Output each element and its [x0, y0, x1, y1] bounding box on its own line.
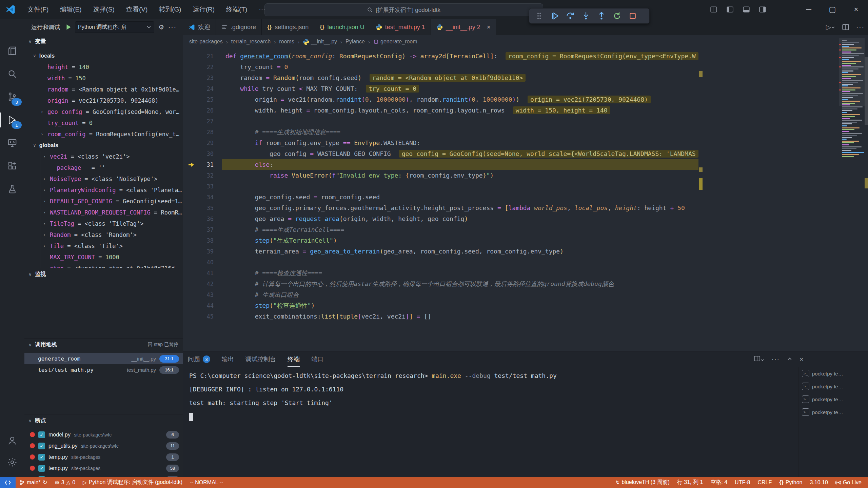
variable-MAX_TRY_COUNT[interactable]: MAX_TRY_COUNT = 1000 — [24, 251, 183, 263]
code-line-43[interactable]: 43 # 生成出口组合 — [183, 289, 698, 300]
terminal-instance[interactable]: >_pocketpy te… — [798, 380, 868, 393]
remote-indicator[interactable] — [0, 477, 16, 488]
variable-height[interactable]: height = 140 — [24, 61, 183, 73]
var-group-globals[interactable]: ∨globals — [24, 140, 183, 151]
breakpoint-checkbox[interactable]: ✓ — [38, 443, 45, 449]
gutter[interactable]: 45 — [183, 311, 214, 322]
statusbar-python-调试程序-启动文件-godot-ldtk-[interactable]: ▷Python 调试程序: 启动文件 (godot-ldtk) — [79, 477, 186, 488]
code-line-44[interactable]: 44 step("检查连通性") — [183, 300, 698, 311]
code-line-31[interactable]: 31 else: — [183, 159, 698, 170]
toggle-sidebar-icon[interactable] — [726, 6, 734, 13]
gutter[interactable]: 43 — [183, 289, 214, 300]
extensions-icon[interactable] — [0, 155, 24, 177]
terminal-split-icon[interactable] — [754, 355, 764, 364]
variable-__package__[interactable]: __package__ = '' — [24, 162, 183, 173]
continue-button[interactable] — [547, 9, 563, 22]
breadcrumb-__init__.py[interactable]: __init__.py — [303, 39, 337, 45]
gutter[interactable]: 24 — [183, 83, 214, 94]
command-center-search[interactable]: [扩展开发宿主] godot-ldtk — [264, 3, 543, 16]
gutter[interactable]: 37 — [183, 224, 214, 235]
gutter[interactable]: 34 — [183, 192, 214, 203]
variable-Random[interactable]: ›Random = <class 'Random'> — [24, 229, 183, 240]
menu-查看(V)[interactable]: 查看(V) — [120, 3, 153, 16]
variable-room_config[interactable]: ›room_config = RoomRequestConfig(env_t… — [24, 128, 183, 140]
gutter[interactable]: 25 — [183, 94, 214, 105]
search-icon[interactable] — [0, 63, 24, 85]
variable-PlanetaryWindConfig[interactable]: ›PlanetaryWindConfig = <class 'Planeta… — [24, 184, 183, 196]
panel-maximize-icon[interactable] — [787, 356, 792, 363]
statusbar-blueloveth-3-周前-[interactable]: ↯blueloveTH (3 周前) — [612, 477, 673, 488]
code-line-29[interactable]: 29 if room_config.env_type == EnvType.WA… — [183, 138, 698, 148]
debug-settings-gear-icon[interactable]: ⚙ — [158, 23, 164, 31]
code-editor[interactable]: 21def generate_room(room_config: RoomReq… — [183, 51, 698, 338]
panel-close-icon[interactable]: × — [800, 355, 804, 363]
statusbar-3-10-10[interactable]: 3.10.10 — [806, 477, 831, 488]
breakpoint-test_math.py[interactable]: ✓test_math.pysite-packages\terrain_res…1… — [24, 474, 183, 477]
close-button[interactable]: × — [844, 0, 868, 19]
code-line-35[interactable]: 35 geo_config.primary_forces.geothermal_… — [183, 203, 698, 214]
tab-.gdignore[interactable]: .gdignore — [216, 19, 262, 35]
terminal-instance[interactable]: >_pocketpy te… — [798, 367, 868, 380]
gutter[interactable]: 42 — [183, 279, 214, 289]
run-python-file-icon[interactable]: ▷ — [826, 23, 835, 31]
panel-tab-终端[interactable]: 终端 — [288, 351, 300, 367]
gutter[interactable]: 23 — [183, 73, 214, 83]
panel-tab-问题[interactable]: 问题3 — [188, 351, 210, 367]
breadcrumb-terrain_research[interactable]: terrain_research — [231, 39, 271, 45]
code-line-30[interactable]: 30 geo_config = WASTELAND_GEO_CONFIGgeo_… — [183, 148, 698, 159]
views-more-icon[interactable]: ··· — [168, 23, 177, 31]
code-line-41[interactable]: 41 # ====检查连通性==== — [183, 268, 698, 279]
gutter[interactable]: 38 — [183, 235, 214, 246]
code-line-40[interactable]: 40 — [183, 257, 698, 268]
statusbar----normal---[interactable]: -- NORMAL -- — [186, 477, 227, 488]
callstack-section-header[interactable]: ∨调用堆栈 因 step 已暂停 — [24, 338, 183, 351]
panel-tab-输出[interactable]: 输出 — [222, 351, 234, 367]
tab-test_math.py[interactable]: test_math.py 1 — [370, 19, 431, 35]
drag-grip-icon[interactable] — [531, 9, 547, 22]
variable-geo_config[interactable]: ›geo_config = GeoConfig(seed=None, wor… — [24, 106, 183, 117]
gutter[interactable]: 36 — [183, 214, 214, 224]
code-line-22[interactable]: 22 try_count = 0 — [183, 62, 698, 73]
minimap[interactable] — [839, 38, 865, 167]
breadcrumb-Pylance[interactable]: Pylance — [346, 39, 365, 45]
variable-Tile[interactable]: ›Tile = <class 'Tile'> — [24, 240, 183, 251]
gutter[interactable]: 26 — [183, 105, 214, 116]
customize-layout-icon[interactable] — [710, 6, 717, 13]
scrollbar-thumb[interactable] — [865, 57, 868, 125]
gutter[interactable]: 28 — [183, 127, 214, 138]
variable-origin[interactable]: origin = vec2i(7205730, 9024468) — [24, 95, 183, 106]
gutter[interactable]: 31 — [183, 159, 214, 170]
code-line-28[interactable]: 28 # ====生成初始地理信息==== — [183, 127, 698, 138]
breakpoints-section-header[interactable]: ∨断点 — [24, 414, 183, 427]
variable-NoiseType[interactable]: ›NoiseType = <class 'NoiseType'> — [24, 173, 183, 184]
remote-explorer-icon[interactable] — [0, 132, 24, 154]
debug-config-dropdown[interactable]: Python 调试程序: 启 — [75, 21, 154, 33]
stop-button[interactable] — [625, 9, 640, 22]
gutter[interactable]: 44 — [183, 300, 214, 311]
menu-运行(R)[interactable]: 运行(R) — [187, 3, 220, 16]
panel-more-icon[interactable]: ··· — [772, 356, 780, 363]
menu-文件(F)[interactable]: 文件(F) — [22, 3, 54, 16]
terminal-instance[interactable]: >_pocketpy te… — [798, 393, 868, 406]
tab-settings.json[interactable]: {}settings.json — [262, 19, 314, 35]
variable-TileTag[interactable]: ›TileTag = <class 'TileTag'> — [24, 218, 183, 229]
testing-icon[interactable] — [0, 178, 24, 200]
gutter[interactable]: 32 — [183, 170, 214, 181]
gutter[interactable]: 33 — [183, 181, 214, 192]
statusbar-crlf[interactable]: CRLF — [754, 477, 775, 488]
variable-try_count[interactable]: try_count = 0 — [24, 117, 183, 128]
variable-width[interactable]: width = 150 — [24, 73, 183, 84]
breakpoint-png_utils.py[interactable]: ✓png_utils.pysite-packages\wfc11 — [24, 440, 183, 451]
gutter[interactable]: 21 — [183, 51, 214, 62]
statusbar-3[interactable]: ⊗3△0 — [51, 477, 79, 488]
breakpoint-checkbox[interactable]: ✓ — [38, 454, 45, 461]
stack-frame-generate_room[interactable]: generate_room__init__.py31:1 — [24, 353, 183, 364]
code-line-45[interactable]: 45 exit_combinations:list[tuple[vec2i, v… — [183, 311, 698, 322]
source-control-icon[interactable]: 3 — [0, 86, 24, 108]
code-line-42[interactable]: 42 # 计算每一个出口的中心，然后使用astar生成路径，确保每一个出口组合都… — [183, 279, 698, 289]
gutter[interactable]: 29 — [183, 138, 214, 148]
run-and-debug-icon[interactable]: 1 — [0, 109, 24, 131]
settings-gear-icon[interactable] — [0, 451, 24, 473]
restart-button[interactable] — [609, 9, 625, 22]
variable-random[interactable]: random = <Random object at 0x1bf9d01e… — [24, 84, 183, 95]
